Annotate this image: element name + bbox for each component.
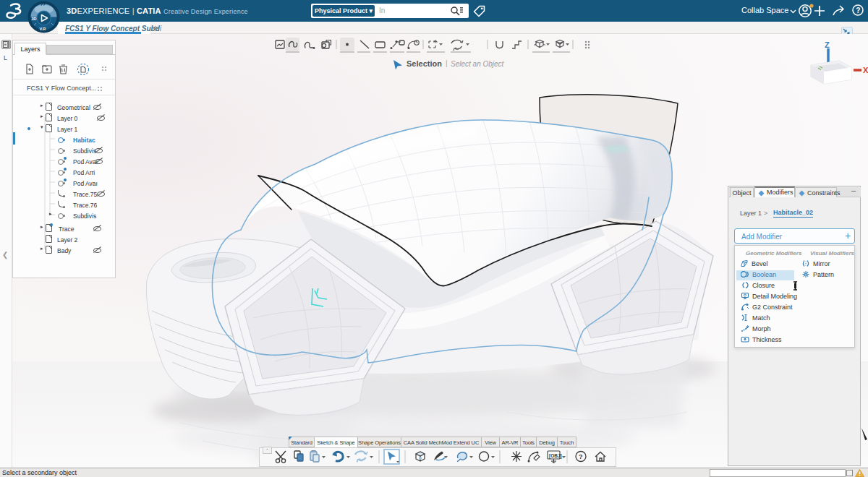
svg-text:X: X	[863, 66, 868, 74]
svg-text:V.R: V.R	[40, 27, 46, 31]
svg-text:[OBJ]: [OBJ]	[549, 453, 562, 459]
svg-text:Z: Z	[825, 40, 830, 49]
svg-text:?: ?	[856, 7, 860, 14]
svg-text:3D: 3D	[32, 17, 37, 21]
svg-text:?: ?	[579, 453, 583, 460]
